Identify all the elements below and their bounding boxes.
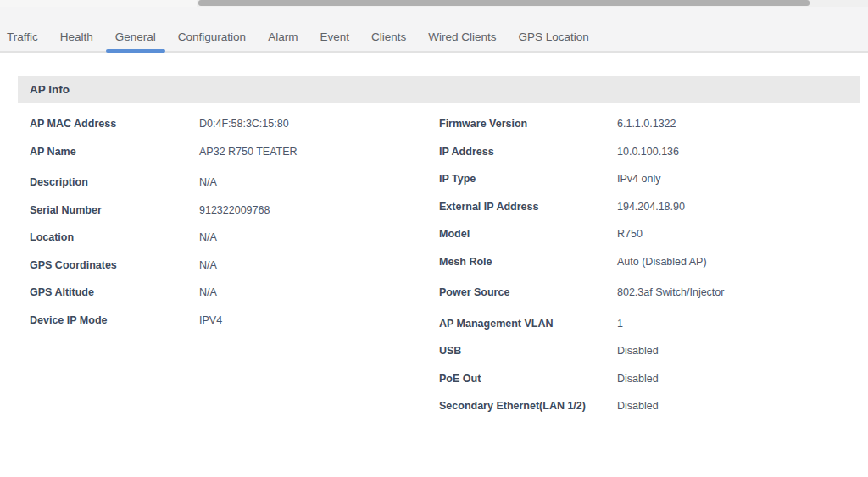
field-label: Firmware Version [439, 118, 617, 130]
field-value: 194.204.18.90 [617, 201, 685, 213]
tab-label: GPS Location [518, 31, 588, 43]
field-label: AP Name [30, 146, 199, 158]
top-scrollbar-track [0, 0, 868, 7]
info-row-serial-number: Serial Number 912322009768 [30, 197, 439, 225]
field-label: Serial Number [30, 204, 199, 216]
field-label: AP MAC Address [30, 118, 199, 130]
field-value: IPv4 only [617, 173, 660, 185]
field-value: 912322009768 [199, 204, 270, 216]
tab-label: Health [60, 31, 93, 43]
field-value: Auto (Disabled AP) [617, 256, 707, 268]
field-value: IPV4 [199, 314, 222, 326]
field-value: Disabled [617, 345, 659, 357]
field-label: GPS Coordinates [30, 259, 199, 271]
tab-label: Alarm [268, 31, 298, 43]
field-value: 802.3af Switch/Injector [617, 286, 724, 298]
info-row-external-ip-address: External IP Address 194.204.18.90 [439, 193, 868, 221]
tab-general[interactable]: General [104, 22, 167, 51]
tab-clients[interactable]: Clients [360, 22, 417, 51]
tab-label: Clients [371, 31, 406, 43]
horizontal-scrollbar-track [197, 0, 868, 7]
tab-label: Wired Clients [428, 31, 496, 43]
info-row-location: Location N/A [30, 224, 439, 252]
field-value: 1 [617, 318, 623, 330]
field-value: N/A [199, 176, 217, 188]
ap-detail-tabs: Traffic Health General Configuration Ala… [0, 7, 868, 53]
field-label: Power Source [439, 286, 617, 298]
ap-info-right-column: Firmware Version 6.1.1.0.1322 IP Address… [439, 110, 868, 420]
ap-info-left-column: AP MAC Address D0:4F:58:3C:15:80 AP Name… [30, 110, 439, 420]
field-label: Mesh Role [439, 256, 617, 268]
field-value: 10.0.100.136 [617, 146, 679, 158]
field-label: IP Address [439, 146, 617, 158]
tab-configuration[interactable]: Configuration [167, 22, 257, 51]
tab-label: Event [320, 31, 349, 43]
field-label: Secondary Ethernet(LAN 1/2) [439, 400, 617, 412]
field-value: Disabled [617, 400, 659, 412]
panel-title: AP Info [30, 83, 70, 96]
field-label: Description [30, 176, 199, 188]
general-tab-panel: AP Info AP MAC Address D0:4F:58:3C:15:80… [0, 54, 868, 420]
info-row-description: Description N/A [30, 169, 439, 197]
info-row-ap-management-vlan: AP Management VLAN 1 [439, 310, 868, 338]
info-row-model: Model R750 [439, 220, 868, 248]
field-label: PoE Out [439, 373, 617, 385]
field-label: USB [439, 345, 617, 357]
info-row-device-ip-mode: Device IP Mode IPV4 [30, 307, 439, 335]
field-label: Location [30, 231, 199, 243]
info-row-ap-mac-address: AP MAC Address D0:4F:58:3C:15:80 [30, 110, 439, 138]
ap-info-grid: AP MAC Address D0:4F:58:3C:15:80 AP Name… [0, 103, 868, 420]
info-row-gps-altitude: GPS Altitude N/A [30, 279, 439, 307]
tab-gps-location[interactable]: GPS Location [507, 22, 599, 51]
tab-label: Traffic [7, 31, 38, 43]
field-value: N/A [199, 231, 217, 243]
tab-label: General [115, 31, 156, 43]
info-row-ip-type: IP Type IPv4 only [439, 165, 868, 193]
info-row-power-source: Power Source 802.3af Switch/Injector [439, 279, 868, 307]
field-value: 6.1.1.0.1322 [617, 118, 676, 130]
info-row-mesh-role: Mesh Role Auto (Disabled AP) [439, 248, 868, 276]
info-row-gps-coordinates: GPS Coordinates N/A [30, 252, 439, 280]
info-row-poe-out: PoE Out Disabled [439, 365, 868, 393]
info-row-usb: USB Disabled [439, 337, 868, 365]
horizontal-scrollbar-thumb[interactable] [198, 0, 810, 6]
info-row-ap-name: AP Name AP32 R750 TEATER [30, 138, 439, 166]
tab-label: Configuration [178, 31, 246, 43]
field-label: External IP Address [439, 201, 617, 213]
field-label: IP Type [439, 173, 617, 185]
ap-info-header: AP Info [18, 76, 860, 103]
field-value: R750 [617, 228, 643, 240]
field-label: GPS Altitude [30, 286, 199, 298]
field-value: Disabled [617, 373, 659, 385]
field-value: AP32 R750 TEATER [199, 146, 298, 158]
field-value: N/A [199, 259, 217, 271]
tab-wired-clients[interactable]: Wired Clients [417, 22, 507, 51]
info-row-firmware-version: Firmware Version 6.1.1.0.1322 [439, 110, 868, 138]
field-value: N/A [199, 286, 217, 298]
field-label: AP Management VLAN [439, 318, 617, 330]
active-tab-underline [106, 49, 165, 53]
field-value: D0:4F:58:3C:15:80 [199, 118, 289, 130]
info-row-ip-address: IP Address 10.0.100.136 [439, 138, 868, 166]
tab-alarm[interactable]: Alarm [257, 22, 309, 51]
tab-traffic[interactable]: Traffic [0, 22, 49, 51]
info-row-secondary-ethernet: Secondary Ethernet(LAN 1/2) Disabled [439, 392, 868, 420]
tab-health[interactable]: Health [49, 22, 104, 51]
field-label: Model [439, 228, 617, 240]
tab-event[interactable]: Event [309, 22, 360, 51]
field-label: Device IP Mode [30, 314, 199, 326]
